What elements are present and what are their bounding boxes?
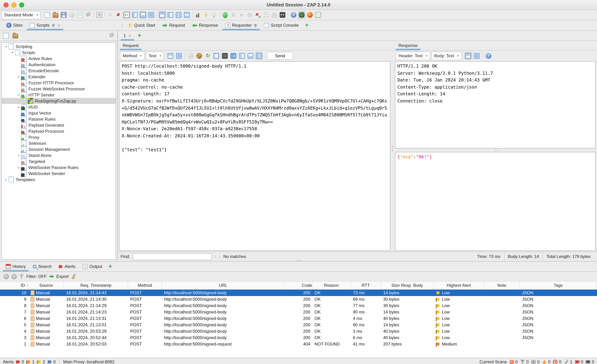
tree-item-encode-decode[interactable]: Encode/Decode <box>2 68 116 74</box>
tree-item-fuzzer-http-processor[interactable]: Fuzzer HTTP Processor <box>2 80 116 86</box>
fit-window-button[interactable] <box>212 52 220 60</box>
table-row[interactable]: 3Manual16.01.2024, 20:52:44POSThttp://lo… <box>0 334 597 341</box>
export-icon[interactable] <box>49 275 54 278</box>
alert-count-yellow[interactable]: 2 <box>37 359 45 364</box>
continue-button[interactable] <box>221 11 229 19</box>
notes-button[interactable] <box>314 11 322 19</box>
tab-alerts[interactable]: Alerts <box>55 261 79 271</box>
view-combined-button[interactable] <box>473 52 480 60</box>
tree-item-websocket-sender[interactable]: WebSocket Sender <box>2 170 116 176</box>
tree-item-passive-rules[interactable]: Passive Rules <box>2 116 116 122</box>
find-previous-icon[interactable]: ↑ <box>214 254 216 259</box>
tree-item-http-sender[interactable]: ▾HTTP Sender <box>2 92 116 98</box>
tree-item-scripting[interactable]: ▾Scripting <box>2 43 116 49</box>
close-icon[interactable]: ✕ <box>128 34 131 38</box>
request-format-select[interactable]: Text ▾ <box>146 52 164 60</box>
open-browser-button[interactable] <box>306 11 314 19</box>
send-device-button[interactable] <box>229 52 237 60</box>
tab-quick-start[interactable]: Quick Start <box>124 20 159 30</box>
tree-expand-icon[interactable]: ▸ <box>17 105 21 109</box>
tree-item-payload-processor[interactable]: Payload Processor <box>2 128 116 134</box>
pin-icon[interactable] <box>254 23 258 27</box>
column-header-source[interactable]: Source <box>28 281 64 289</box>
layout-rows-button[interactable] <box>183 11 190 19</box>
close-icon[interactable]: ✕ <box>57 23 61 27</box>
response-body-format-select[interactable]: Body: Text ▾ <box>431 52 462 60</box>
add-requester-tab-button[interactable]: + <box>135 31 144 40</box>
regenerate-button[interactable] <box>204 52 212 60</box>
session-properties-button[interactable] <box>76 11 84 19</box>
table-row[interactable]: 8Manual16.01.2024, 21:14:29POSThttp://lo… <box>0 302 597 309</box>
tree-expand-icon[interactable]: ▾ <box>4 45 8 48</box>
response-header-format-select[interactable]: Header: Text ▾ <box>396 52 430 60</box>
export-label[interactable]: Export <box>56 274 69 279</box>
break-panel-button[interactable] <box>278 11 286 19</box>
scope-globe-icon[interactable] <box>11 274 17 279</box>
tree-item-rsasigningforzap-py[interactable]: RsaSigningForZap.py <box>2 98 116 104</box>
tree-expand-icon[interactable]: ▾ <box>17 93 21 97</box>
response-header-editor[interactable]: HTTP/1.1 200 OK Server: Werkzeug/3.0.1 P… <box>395 61 596 148</box>
layout-split-button[interactable] <box>247 52 254 60</box>
alerts-chart-button[interactable] <box>194 11 202 19</box>
tree-item-fuzzer-websocket-processor[interactable]: Fuzzer WebSocket Processor <box>2 86 116 92</box>
column-header-tags[interactable]: Tags <box>520 281 597 289</box>
tree-item-payload-generator[interactable]: Payload Generator <box>2 122 116 128</box>
tree-expand-icon[interactable]: ▸ <box>17 75 21 79</box>
tab-script-console[interactable]: Script Console <box>261 20 302 30</box>
view-split-button[interactable] <box>166 52 174 60</box>
tree-item-active-rules[interactable]: Active Rules <box>2 55 116 62</box>
layout-columns-button[interactable] <box>174 11 182 19</box>
find-next-icon[interactable]: ↓ <box>219 254 221 259</box>
view-split-button[interactable] <box>464 52 472 60</box>
tab-scroll-buttons[interactable]: ‹› <box>121 20 124 30</box>
column-header-size-resp-body[interactable]: Size Resp. Body <box>381 281 434 289</box>
tab-sites[interactable]: Sites <box>3 20 26 30</box>
hud-button[interactable] <box>298 11 306 19</box>
clear-history-icon[interactable] <box>71 274 76 279</box>
column-header-code[interactable]: Code <box>285 281 312 289</box>
cookie-button[interactable] <box>195 52 203 60</box>
help-button[interactable] <box>290 11 297 19</box>
load-script-button[interactable] <box>2 32 10 40</box>
tab-names-button[interactable] <box>158 11 166 19</box>
help-button[interactable] <box>484 52 492 60</box>
delete-button[interactable] <box>114 11 122 19</box>
scope-target-icon[interactable] <box>4 274 9 279</box>
response-splitter[interactable] <box>393 149 597 152</box>
column-header-note[interactable]: Note <box>484 281 520 289</box>
open-script-folder-button[interactable] <box>11 32 19 40</box>
break-add-button[interactable] <box>254 11 262 19</box>
table-row[interactable]: 4Manual16.01.2024, 20:53:29POSThttp://lo… <box>0 328 597 334</box>
view-combined-button[interactable] <box>175 52 183 60</box>
column-header-reason[interactable]: Reason <box>312 281 351 289</box>
tree-item-scripts[interactable]: ▾Scripts <box>2 49 116 55</box>
tree-item-targeted[interactable]: Targeted <box>2 158 116 164</box>
pin-icon[interactable] <box>51 23 55 27</box>
record-button[interactable] <box>123 11 130 19</box>
column-header-method[interactable]: Method <box>128 281 162 289</box>
tree-item-templates[interactable]: ▸Templates <box>2 176 116 182</box>
tree-item-hud[interactable]: ▸HUD <box>2 104 116 110</box>
tree-expand-icon[interactable]: ▾ <box>10 51 15 54</box>
mode-select[interactable]: Standard Mode ▾ <box>1 11 41 19</box>
filter-funnel-icon[interactable] <box>19 274 24 279</box>
tab-search[interactable]: Search <box>29 261 55 271</box>
layout-tab-button[interactable] <box>238 52 246 60</box>
tab-output[interactable]: Output <box>79 261 106 271</box>
tree-expand-icon[interactable]: ▸ <box>4 178 8 181</box>
table-row[interactable]: 5Manual16.01.2024, 21:13:01POSThttp://lo… <box>0 322 597 328</box>
layout-full-button[interactable] <box>147 11 155 19</box>
column-header-highest-alert[interactable]: Highest Alert <box>434 281 484 289</box>
table-row[interactable]: 6Manual16.01.2024, 21:13:31POSThttp://lo… <box>0 315 597 322</box>
tab-requester[interactable]: Requester <box>222 20 261 30</box>
options-button[interactable] <box>84 11 92 19</box>
request-response-splitter[interactable] <box>392 41 393 252</box>
tree-item-authentication[interactable]: Authentication <box>2 62 116 68</box>
tree-item-stand-alone[interactable]: ▸Stand Alone <box>2 152 116 158</box>
tab-history[interactable]: History <box>2 261 29 271</box>
response-body-editor[interactable]: {"msg":"Ok!"} <box>395 152 596 251</box>
new-session-button[interactable] <box>43 11 51 19</box>
add-tab-button[interactable]: + <box>302 20 312 30</box>
tree-expand-icon[interactable]: ▸ <box>17 154 21 157</box>
tree-expand-icon[interactable]: ▸ <box>17 166 21 169</box>
